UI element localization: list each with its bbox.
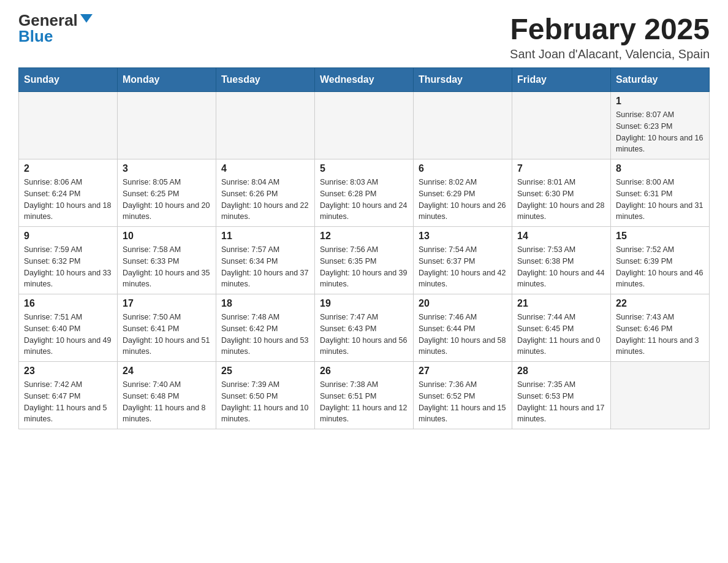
month-title: February 2025 <box>510 12 710 46</box>
sunrise-text: Sunrise: 7:40 AM <box>123 379 211 391</box>
daylight-text: Daylight: 10 hours and 49 minutes. <box>24 335 112 358</box>
sunrise-text: Sunrise: 7:57 AM <box>221 244 309 256</box>
calendar-week-5: 23Sunrise: 7:42 AMSunset: 6:47 PMDayligh… <box>19 362 710 429</box>
calendar-cell: 21Sunrise: 7:44 AMSunset: 6:45 PMDayligh… <box>512 294 611 362</box>
calendar-cell: 7Sunrise: 8:01 AMSunset: 6:30 PMDaylight… <box>512 159 611 227</box>
calendar-cell: 14Sunrise: 7:53 AMSunset: 6:38 PMDayligh… <box>512 227 611 294</box>
day-info: Sunrise: 7:59 AMSunset: 6:32 PMDaylight:… <box>24 244 112 290</box>
calendar-cell <box>512 92 611 159</box>
sunrise-text: Sunrise: 7:58 AM <box>123 244 211 256</box>
sunrise-text: Sunrise: 7:56 AM <box>320 244 408 256</box>
day-info: Sunrise: 7:43 AMSunset: 6:46 PMDaylight:… <box>616 312 704 358</box>
daylight-text: Daylight: 10 hours and 53 minutes. <box>221 335 309 358</box>
day-info: Sunrise: 7:46 AMSunset: 6:44 PMDaylight:… <box>419 312 507 358</box>
daylight-text: Daylight: 10 hours and 42 minutes. <box>419 267 507 291</box>
sunset-text: Sunset: 6:39 PM <box>616 256 704 267</box>
day-number: 6 <box>419 163 507 174</box>
sunset-text: Sunset: 6:29 PM <box>419 188 507 200</box>
calendar-cell <box>118 92 216 159</box>
day-info: Sunrise: 7:40 AMSunset: 6:48 PMDaylight:… <box>123 379 211 425</box>
daylight-text: Daylight: 10 hours and 24 minutes. <box>320 200 408 223</box>
location-subtitle: Sant Joan d'Alacant, Valencia, Spain <box>510 47 710 61</box>
sunset-text: Sunset: 6:42 PM <box>221 323 309 335</box>
day-number: 28 <box>517 366 605 377</box>
calendar-week-1: 1Sunrise: 8:07 AMSunset: 6:23 PMDaylight… <box>19 92 710 159</box>
sunset-text: Sunset: 6:34 PM <box>221 256 309 267</box>
sunrise-text: Sunrise: 7:39 AM <box>221 379 309 391</box>
day-number: 3 <box>123 163 211 174</box>
calendar-cell <box>414 92 512 159</box>
sunset-text: Sunset: 6:32 PM <box>24 256 112 267</box>
sunrise-text: Sunrise: 8:02 AM <box>419 177 507 188</box>
calendar-cell: 28Sunrise: 7:35 AMSunset: 6:53 PMDayligh… <box>512 362 611 429</box>
calendar-cell: 11Sunrise: 7:57 AMSunset: 6:34 PMDayligh… <box>216 227 315 294</box>
col-thursday: Thursday <box>414 68 512 92</box>
day-number: 12 <box>320 231 408 242</box>
day-number: 27 <box>419 366 507 377</box>
sunset-text: Sunset: 6:43 PM <box>320 323 408 335</box>
sunset-text: Sunset: 6:38 PM <box>517 256 605 267</box>
day-info: Sunrise: 7:35 AMSunset: 6:53 PMDaylight:… <box>517 379 605 425</box>
calendar-cell: 10Sunrise: 7:58 AMSunset: 6:33 PMDayligh… <box>118 227 216 294</box>
sunrise-text: Sunrise: 7:47 AM <box>320 312 408 323</box>
sunset-text: Sunset: 6:23 PM <box>616 121 704 132</box>
sunset-text: Sunset: 6:46 PM <box>616 323 704 335</box>
sunset-text: Sunset: 6:47 PM <box>24 391 112 402</box>
day-number: 23 <box>24 366 112 377</box>
daylight-text: Daylight: 10 hours and 31 minutes. <box>616 200 704 223</box>
sunrise-text: Sunrise: 7:42 AM <box>24 379 112 391</box>
calendar-table: Sunday Monday Tuesday Wednesday Thursday… <box>18 67 710 429</box>
day-number: 11 <box>221 231 309 242</box>
day-info: Sunrise: 7:57 AMSunset: 6:34 PMDaylight:… <box>221 244 309 290</box>
daylight-text: Daylight: 10 hours and 35 minutes. <box>123 267 211 291</box>
daylight-text: Daylight: 11 hours and 3 minutes. <box>616 335 704 358</box>
col-tuesday: Tuesday <box>216 68 315 92</box>
col-sunday: Sunday <box>19 68 118 92</box>
sunset-text: Sunset: 6:30 PM <box>517 188 605 200</box>
day-info: Sunrise: 7:50 AMSunset: 6:41 PMDaylight:… <box>123 312 211 358</box>
daylight-text: Daylight: 11 hours and 15 minutes. <box>419 402 507 426</box>
sunset-text: Sunset: 6:26 PM <box>221 188 309 200</box>
page-header: General Blue February 2025 Sant Joan d'A… <box>18 12 710 61</box>
col-friday: Friday <box>512 68 611 92</box>
calendar-cell: 5Sunrise: 8:03 AMSunset: 6:28 PMDaylight… <box>315 159 414 227</box>
calendar-cell: 27Sunrise: 7:36 AMSunset: 6:52 PMDayligh… <box>414 362 512 429</box>
sunset-text: Sunset: 6:24 PM <box>24 188 112 200</box>
day-info: Sunrise: 7:51 AMSunset: 6:40 PMDaylight:… <box>24 312 112 358</box>
logo-triangle-icon <box>80 14 93 23</box>
day-number: 26 <box>320 366 408 377</box>
calendar-cell <box>19 92 118 159</box>
sunrise-text: Sunrise: 8:05 AM <box>123 177 211 188</box>
sunset-text: Sunset: 6:25 PM <box>123 188 211 200</box>
calendar-cell <box>611 362 710 429</box>
day-info: Sunrise: 7:38 AMSunset: 6:51 PMDaylight:… <box>320 379 408 425</box>
daylight-text: Daylight: 10 hours and 33 minutes. <box>24 267 112 291</box>
day-number: 17 <box>123 298 211 309</box>
day-info: Sunrise: 8:03 AMSunset: 6:28 PMDaylight:… <box>320 177 408 223</box>
daylight-text: Daylight: 10 hours and 22 minutes. <box>221 200 309 223</box>
sunrise-text: Sunrise: 7:36 AM <box>419 379 507 391</box>
calendar-week-4: 16Sunrise: 7:51 AMSunset: 6:40 PMDayligh… <box>19 294 710 362</box>
calendar-cell: 25Sunrise: 7:39 AMSunset: 6:50 PMDayligh… <box>216 362 315 429</box>
sunrise-text: Sunrise: 7:48 AM <box>221 312 309 323</box>
day-number: 20 <box>419 298 507 309</box>
daylight-text: Daylight: 10 hours and 20 minutes. <box>123 200 211 223</box>
calendar-cell: 17Sunrise: 7:50 AMSunset: 6:41 PMDayligh… <box>118 294 216 362</box>
sunrise-text: Sunrise: 8:01 AM <box>517 177 605 188</box>
daylight-text: Daylight: 11 hours and 17 minutes. <box>517 402 605 426</box>
sunrise-text: Sunrise: 7:50 AM <box>123 312 211 323</box>
calendar-week-3: 9Sunrise: 7:59 AMSunset: 6:32 PMDaylight… <box>19 227 710 294</box>
calendar-cell: 6Sunrise: 8:02 AMSunset: 6:29 PMDaylight… <box>414 159 512 227</box>
day-number: 5 <box>320 163 408 174</box>
calendar-cell <box>315 92 414 159</box>
day-number: 15 <box>616 231 704 242</box>
sunrise-text: Sunrise: 8:03 AM <box>320 177 408 188</box>
daylight-text: Daylight: 10 hours and 39 minutes. <box>320 267 408 291</box>
daylight-text: Daylight: 10 hours and 46 minutes. <box>616 267 704 291</box>
day-info: Sunrise: 8:01 AMSunset: 6:30 PMDaylight:… <box>517 177 605 223</box>
calendar-cell: 1Sunrise: 8:07 AMSunset: 6:23 PMDaylight… <box>611 92 710 159</box>
day-info: Sunrise: 7:42 AMSunset: 6:47 PMDaylight:… <box>24 379 112 425</box>
day-info: Sunrise: 8:00 AMSunset: 6:31 PMDaylight:… <box>616 177 704 223</box>
day-info: Sunrise: 8:04 AMSunset: 6:26 PMDaylight:… <box>221 177 309 223</box>
sunset-text: Sunset: 6:51 PM <box>320 391 408 402</box>
